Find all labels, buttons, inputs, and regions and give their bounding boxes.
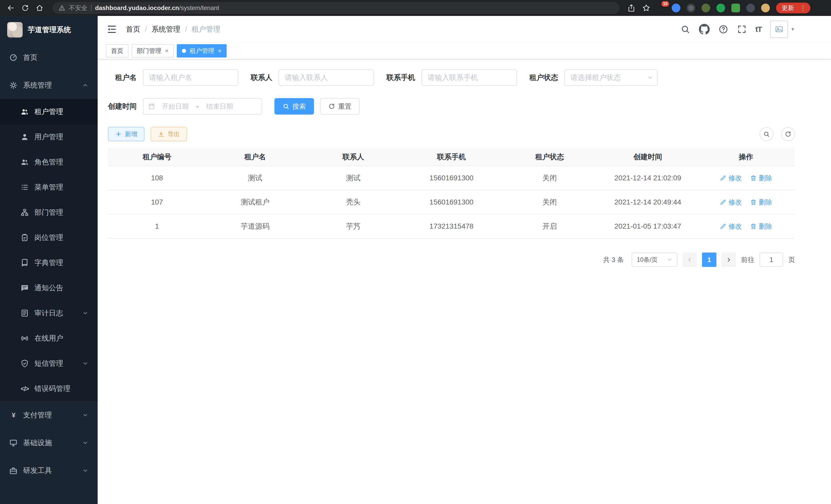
refresh-icon[interactable] (781, 127, 795, 141)
sidebar-collapse-icon[interactable] (106, 24, 117, 35)
screen: 不安全 dashboard.yudao.iocoder.cn/system/te… (0, 0, 831, 504)
add-button-label: 新增 (125, 130, 137, 138)
sidebar-item-role[interactable]: 角色管理 (0, 149, 98, 175)
phone-input[interactable] (422, 69, 517, 86)
tab-tenant[interactable]: 租户管理 × (177, 44, 227, 58)
tenant-name-input[interactable] (143, 69, 238, 86)
close-icon[interactable]: × (165, 47, 169, 55)
cell-tenant-id: 1 (108, 214, 206, 238)
cell-contact: 秃头 (304, 190, 402, 214)
sms-shield-icon (21, 359, 29, 367)
sidebar-item-user[interactable]: 用户管理 (0, 124, 98, 149)
sidebar-item-infra[interactable]: 基础设施 (0, 429, 98, 457)
export-button[interactable]: 导出 (150, 127, 187, 141)
logo-avatar (7, 22, 23, 37)
breadcrumb-system[interactable]: 系统管理 (152, 24, 180, 34)
search-button[interactable]: 搜索 (275, 98, 314, 115)
reset-button[interactable]: 重置 (320, 98, 360, 115)
cell-status: 开启 (500, 214, 599, 238)
add-button[interactable]: 新增 (108, 127, 144, 141)
toggle-search-icon[interactable] (760, 127, 773, 141)
date-range-picker[interactable]: - (143, 98, 262, 115)
menu-label: 岗位管理 (34, 233, 63, 242)
sidebar-item-menu[interactable]: 菜单管理 (0, 175, 98, 200)
extension-icon-8[interactable] (761, 4, 770, 12)
tab-label: 租户管理 (190, 47, 214, 55)
sidebar-item-notice[interactable]: 通知公告 (0, 275, 98, 301)
fullscreen-icon[interactable] (737, 24, 747, 34)
edit-link[interactable]: 修改 (720, 222, 742, 231)
page-size-input[interactable] (632, 253, 677, 267)
extension-icon-5[interactable] (716, 4, 725, 12)
sidebar-item-dict[interactable]: 字典管理 (0, 250, 98, 275)
edit-link[interactable]: 修改 (720, 174, 742, 183)
start-date-input[interactable] (156, 102, 194, 111)
filter-row-2: 创建时间 - 搜索 (108, 98, 795, 115)
search-icon[interactable] (681, 24, 690, 34)
font-size-icon[interactable]: tT (755, 24, 762, 34)
extension-icon-3[interactable] (687, 4, 695, 12)
extension-icon-7[interactable] (746, 4, 755, 12)
user-menu[interactable]: ▼ (770, 21, 795, 38)
browser-update-button[interactable]: 更新 ⋮ (776, 3, 810, 13)
edit-link[interactable]: 修改 (720, 198, 742, 207)
tenant-status-select[interactable] (564, 69, 658, 86)
extension-icon-2[interactable] (672, 4, 681, 12)
extension-icon-6[interactable] (731, 4, 740, 12)
github-icon[interactable] (699, 24, 710, 35)
url-path: /system/tenant (179, 4, 219, 11)
edit-link-label: 修改 (728, 174, 742, 183)
extension-icon-4[interactable] (701, 4, 710, 12)
sidebar-item-error-code[interactable]: </> 错误码管理 (0, 376, 98, 401)
tab-dept[interactable]: 部门管理 × (132, 44, 174, 58)
share-icon[interactable] (627, 4, 636, 12)
menu-label: 角色管理 (34, 157, 63, 167)
app-logo[interactable]: 芋道管理系统 (0, 16, 98, 44)
delete-link-label: 删除 (759, 222, 772, 231)
prev-page-button[interactable] (683, 253, 697, 267)
browser-reload-icon[interactable] (19, 1, 32, 14)
menu-label: 在线用户 (34, 333, 63, 343)
close-icon[interactable]: × (218, 47, 222, 55)
menu-label: 短信管理 (34, 359, 63, 368)
browser-menu-icon[interactable]: ⋮ (798, 3, 808, 13)
address-bar[interactable]: 不安全 dashboard.yudao.iocoder.cn/system/te… (52, 2, 620, 14)
browser-back-icon[interactable] (4, 1, 18, 14)
page-number-button[interactable]: 1 (702, 253, 716, 267)
menu-label: 系统管理 (23, 80, 52, 90)
filter-contact: 联系人 (251, 69, 374, 86)
delete-link[interactable]: 删除 (750, 222, 772, 231)
filter-row-1: 租户名 联系人 联系手机 租户状态 (108, 69, 795, 86)
menu-label: 部门管理 (34, 208, 63, 217)
sidebar-item-home[interactable]: 首页 (0, 44, 98, 71)
delete-link[interactable]: 删除 (750, 174, 772, 183)
page-size-select[interactable] (632, 253, 677, 267)
sidebar-item-tenant[interactable]: 租户管理 (0, 99, 98, 124)
sidebar-item-system[interactable]: 系统管理 (0, 71, 98, 99)
delete-link[interactable]: 删除 (750, 198, 772, 207)
cell-status: 关闭 (500, 166, 599, 190)
contact-input[interactable] (279, 69, 374, 86)
sidebar-item-dev-tools[interactable]: 研发工具 (0, 457, 98, 484)
caret-down-icon: ▼ (791, 27, 795, 32)
browser-toolbar: 不安全 dashboard.yudao.iocoder.cn/system/te… (0, 0, 831, 16)
sidebar-item-sms[interactable]: 短信管理 (0, 351, 98, 376)
cell-tenant-id: 108 (108, 166, 206, 190)
menu-label: 基础设施 (23, 438, 52, 448)
next-page-button[interactable] (721, 253, 736, 267)
bookmark-star-icon[interactable] (642, 4, 651, 12)
help-icon[interactable] (718, 24, 728, 34)
sidebar-item-payment[interactable]: ¥ 支付管理 (0, 401, 98, 429)
tab-home[interactable]: 首页 (106, 44, 128, 58)
sidebar-item-audit-log[interactable]: 审计日志 (0, 301, 98, 326)
delete-link-label: 删除 (759, 198, 772, 207)
sidebar-item-dept[interactable]: 部门管理 (0, 200, 98, 225)
extension-icon-1[interactable]: 10 (657, 4, 665, 12)
sidebar-submenu-system: 租户管理 用户管理 角色管理 (0, 99, 98, 401)
browser-home-icon[interactable] (33, 1, 46, 14)
sidebar-item-online-users[interactable]: 在线用户 (0, 326, 98, 351)
breadcrumb-home[interactable]: 首页 (126, 24, 140, 34)
goto-page-input[interactable] (760, 253, 783, 267)
end-date-input[interactable] (201, 102, 239, 111)
sidebar-item-post[interactable]: 岗位管理 (0, 225, 98, 250)
